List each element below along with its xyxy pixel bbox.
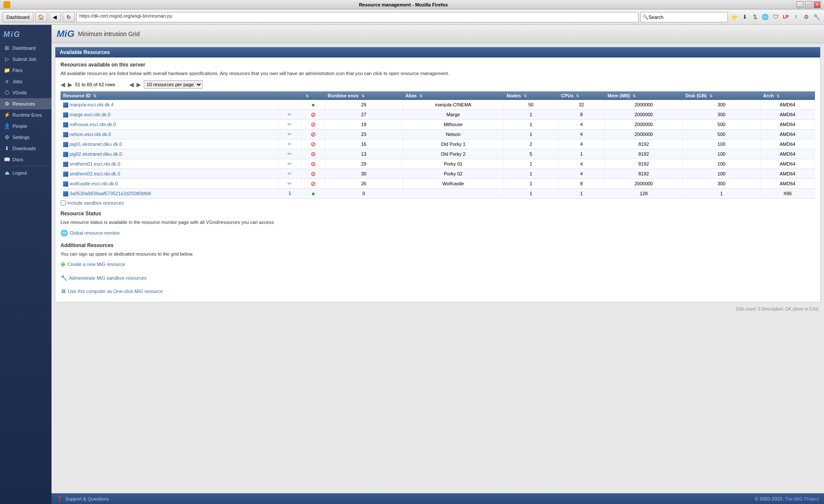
- stop-icon[interactable]: ⊘: [311, 121, 316, 128]
- stop-icon[interactable]: ⊘: [311, 141, 316, 148]
- dev-icon[interactable]: 🔧: [812, 12, 821, 22]
- menu-button[interactable]: Dashboard: [3, 12, 33, 22]
- support-label[interactable]: Support & Questions: [65, 496, 109, 501]
- sandbox-checkbox[interactable]: [61, 200, 66, 205]
- sidebar-item-vgrids[interactable]: ⬡ VGrids: [0, 87, 52, 98]
- col-header-cpus[interactable]: CPUs ⇅: [558, 91, 605, 100]
- resource-id-link[interactable]: wolfcastle.esci.nbi.dk.0: [70, 181, 118, 186]
- settings-icon[interactable]: ⚙: [802, 12, 811, 22]
- home-button[interactable]: 🏠: [35, 12, 47, 22]
- stop-icon[interactable]: ⊘: [311, 170, 316, 177]
- edit-icon[interactable]: ✏: [288, 121, 292, 127]
- oneclick-anchor[interactable]: Use this computer as One-click MiG resou…: [68, 289, 163, 294]
- sidebar-item-files[interactable]: 📁 Files: [0, 65, 52, 76]
- sidebar-item-downloads[interactable]: ⬇ Downloads: [0, 143, 52, 154]
- edit-icon[interactable]: ✏: [288, 112, 292, 118]
- sandbox-anchor[interactable]: Include sandbox resources: [67, 200, 124, 205]
- col-header-arch[interactable]: Arch ⇅: [760, 91, 815, 100]
- table-row: milhouse.esci.nbi.dk.0✏⊘19Milhouse142000…: [61, 120, 815, 130]
- per-page-next[interactable]: ▶: [136, 81, 141, 88]
- lastpass-icon[interactable]: LP: [781, 12, 791, 22]
- close-button[interactable]: ✕: [814, 1, 821, 8]
- footer-support[interactable]: ❓ Support & Questions: [57, 496, 109, 501]
- feedly-icon[interactable]: f: [791, 12, 801, 22]
- col-header-runtime-envs[interactable]: Runtime envs ⇅: [325, 91, 403, 100]
- resource-id-link[interactable]: milhouse.esci.nbi.dk.0: [70, 122, 116, 127]
- sort-mem[interactable]: ⇅: [633, 94, 636, 98]
- col-nodes-label: Nodes: [506, 93, 521, 98]
- cell-arch: AMD64: [760, 169, 815, 179]
- resource-id-link[interactable]: smithers01.esci.nbi.dk.0: [70, 161, 120, 166]
- download-icon[interactable]: ⬇: [740, 12, 749, 22]
- sort-arch[interactable]: ⇅: [776, 94, 780, 98]
- sidebar-item-resources[interactable]: ⚙ Resources: [0, 98, 52, 109]
- stop-icon[interactable]: ⊘: [311, 111, 316, 118]
- resource-id-link[interactable]: marge.esci.nbi.dk.0: [70, 112, 110, 117]
- sidebar-item-people[interactable]: 👤 People: [0, 121, 52, 132]
- edit-icon[interactable]: ✏: [288, 151, 292, 157]
- minimize-button[interactable]: _: [797, 1, 803, 8]
- edit-icon[interactable]: ✏: [288, 131, 292, 137]
- globe-icon[interactable]: 🌐: [760, 12, 770, 22]
- sidebar-item-docs[interactable]: 📖 Docs: [0, 154, 52, 165]
- sandbox-label[interactable]: Include sandbox resources: [67, 200, 124, 205]
- sort-disk[interactable]: ⇅: [709, 94, 713, 98]
- edit-icon[interactable]: ✏: [288, 171, 292, 177]
- window-controls[interactable]: _ □ ✕: [797, 1, 821, 8]
- sandbox-link[interactable]: Include sandbox resources: [61, 200, 815, 205]
- sidebar-item-runtime-envs[interactable]: ⚡ Runtime Envs: [0, 109, 52, 121]
- stop-icon[interactable]: ⊘: [311, 151, 316, 157]
- next-page-button[interactable]: ▶: [68, 81, 73, 88]
- per-page-prev[interactable]: ◀: [129, 81, 134, 88]
- edit-icon[interactable]: ✏: [288, 181, 292, 187]
- project-link[interactable]: The MiG Project: [785, 496, 819, 501]
- stop-icon[interactable]: ⊘: [311, 160, 316, 167]
- sidebar-item-dashboard[interactable]: ⊞ Dashboard: [0, 42, 52, 54]
- prev-page-button[interactable]: ◀: [61, 81, 65, 88]
- sort-nodes[interactable]: ⇅: [524, 94, 527, 98]
- per-page-select[interactable]: 5 resources per page 10 resources per pa…: [144, 80, 203, 89]
- create-resource-anchor[interactable]: Create a new MiG resource: [67, 262, 125, 267]
- resource-id-link[interactable]: pig01.ekstranet.diku.dk.0: [70, 142, 122, 147]
- col-header-nodes[interactable]: Nodes ⇅: [504, 91, 558, 100]
- sidebar-item-logout[interactable]: ⏏ Logout: [0, 167, 52, 178]
- oneclick-link[interactable]: 🖥 Use this computer as One-click MiG res…: [61, 288, 815, 294]
- create-resource-link[interactable]: ⊕ Create a new MiG resource: [61, 261, 815, 268]
- refresh-button[interactable]: ↻: [63, 12, 75, 22]
- resource-id-link[interactable]: 3a0530a9839aaf573521e2d25080bfb8: [70, 191, 151, 196]
- admin-sandbox-anchor[interactable]: Administrate MiG sandbox resources: [69, 275, 146, 281]
- col-header-mem[interactable]: Mem (MB) ⇅: [605, 91, 682, 100]
- edit-icon[interactable]: ✏: [288, 161, 292, 167]
- col-header-resource-id[interactable]: Resource ID ⇅: [61, 91, 278, 100]
- info-icon[interactable]: ℹ: [289, 190, 291, 196]
- sidebar-item-submit-job[interactable]: ▷ Submit Job: [0, 54, 52, 65]
- global-monitor-link[interactable]: 🌐 Global resource monitor: [61, 229, 815, 236]
- maximize-button[interactable]: □: [805, 1, 812, 8]
- sort-cpus[interactable]: ⇅: [576, 94, 579, 98]
- sort-runtime[interactable]: ⇅: [361, 94, 365, 98]
- global-monitor-anchor[interactable]: Global resource monitor: [70, 230, 120, 235]
- edit-icon[interactable]: ✏: [288, 141, 292, 147]
- sort-alias[interactable]: ⇅: [419, 94, 423, 98]
- search-bar[interactable]: 🔍: [640, 12, 728, 22]
- app-footer: ❓ Support & Questions © 2003-2015, The M…: [52, 493, 824, 504]
- bookmark-icon[interactable]: ⭐: [730, 12, 739, 22]
- col-header-disk[interactable]: Disk (GB) ⇅: [682, 91, 760, 100]
- stop-icon[interactable]: ⊘: [311, 131, 316, 138]
- resource-id-link[interactable]: smithers02.esci.nbi.dk.0: [70, 171, 120, 176]
- col-header-sort[interactable]: ⇅: [302, 91, 325, 100]
- sort-resource-id[interactable]: ⇅: [93, 94, 97, 98]
- resource-id-link[interactable]: pig02.ekstranet.diku.dk.0: [70, 151, 122, 157]
- admin-sandbox-link[interactable]: 🔧 Administrate MiG sandbox resources: [61, 275, 815, 281]
- col-header-alias[interactable]: Alias ⇅: [403, 91, 504, 100]
- sidebar-item-jobs[interactable]: ≡ Jobs: [0, 76, 52, 87]
- resource-id-link[interactable]: manjula.esci.nbi.dk.4: [70, 102, 114, 107]
- address-bar[interactable]: https://dk-cert.migrid.org/wsgi-bin/resm…: [76, 12, 639, 22]
- stop-icon[interactable]: ⊘: [311, 180, 316, 187]
- shield-icon[interactable]: 🛡: [771, 12, 780, 22]
- search-input[interactable]: [648, 15, 726, 20]
- back-button[interactable]: ◀: [49, 12, 61, 22]
- resource-id-link[interactable]: nelson.esci.nbi.dk.0: [70, 132, 111, 137]
- sidebar-item-settings[interactable]: ⚙ Settings: [0, 132, 52, 143]
- sync-icon[interactable]: ⇅: [750, 12, 760, 22]
